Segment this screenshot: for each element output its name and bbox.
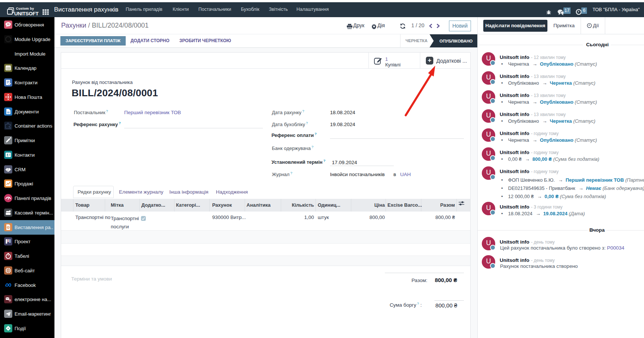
svg-text:ОПУБЛІКОВАНО: ОПУБЛІКОВАНО [440, 39, 473, 43]
